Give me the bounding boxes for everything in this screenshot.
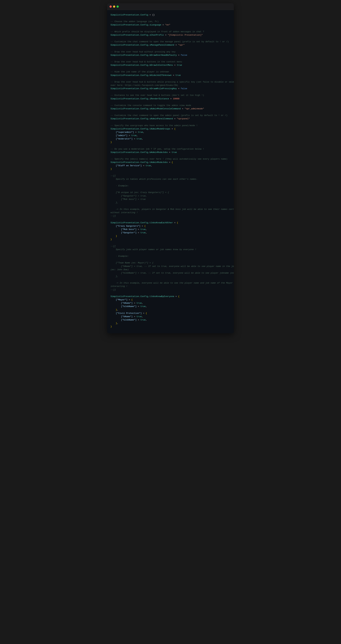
- code-content: SimplisticPresentation.Config = {} -- Ch…: [107, 10, 234, 333]
- code-editor-window: SimplisticPresentation.Config = {} -- Ch…: [107, 3, 234, 333]
- minimize-button[interactable]: [113, 6, 115, 8]
- maximize-button[interactable]: [117, 6, 119, 8]
- titlebar: [107, 3, 234, 10]
- close-button[interactable]: [110, 6, 112, 8]
